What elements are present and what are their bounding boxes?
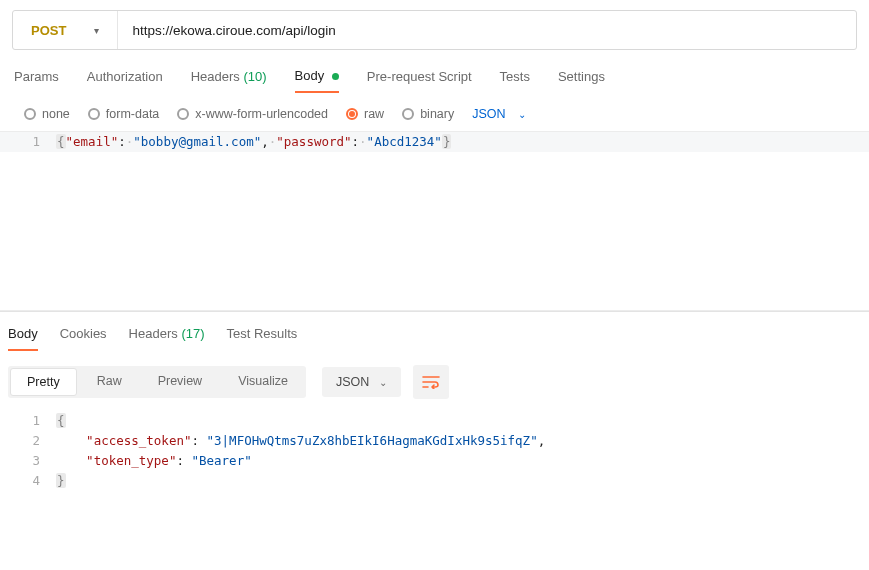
- tab-headers-count: (10): [243, 69, 266, 84]
- body-type-raw[interactable]: raw: [346, 107, 384, 121]
- body-type-none[interactable]: none: [24, 107, 70, 121]
- view-preview[interactable]: Preview: [140, 366, 220, 398]
- response-body-viewer[interactable]: 1 { 2 "access_token": "3|MFOHwQtms7uZx8h…: [0, 411, 869, 501]
- response-tab-test-results[interactable]: Test Results: [227, 326, 298, 351]
- tab-headers-label: Headers: [191, 69, 240, 84]
- radio-icon: [402, 108, 414, 120]
- wrap-icon: [422, 375, 440, 389]
- request-body-editor[interactable]: 1 {"email":·"bobby@gmail.com",·"password…: [0, 131, 869, 311]
- tab-body[interactable]: Body: [295, 68, 339, 93]
- body-type-raw-label: raw: [364, 107, 384, 121]
- body-type-none-label: none: [42, 107, 70, 121]
- response-format-controls: Pretty Raw Preview Visualize JSON ⌄: [0, 351, 869, 411]
- line-number: 1: [0, 132, 56, 152]
- body-type-form-data[interactable]: form-data: [88, 107, 160, 121]
- response-language-label: JSON: [336, 375, 369, 389]
- response-tabs: Body Cookies Headers (17) Test Results: [0, 312, 869, 351]
- response-tab-headers-count: (17): [181, 326, 204, 341]
- body-type-binary[interactable]: binary: [402, 107, 454, 121]
- tab-tests[interactable]: Tests: [500, 69, 530, 92]
- tab-settings[interactable]: Settings: [558, 69, 605, 92]
- view-raw[interactable]: Raw: [79, 366, 140, 398]
- chevron-down-icon: ▾: [94, 25, 99, 36]
- body-type-binary-label: binary: [420, 107, 454, 121]
- body-language-label: JSON: [472, 107, 505, 121]
- response-line: "token_type": "Bearer": [56, 451, 252, 471]
- request-url-bar: POST ▾: [12, 10, 857, 50]
- line-number: 2: [0, 431, 56, 451]
- body-modified-indicator-icon: [332, 73, 339, 80]
- chevron-down-icon: ⌄: [518, 109, 526, 120]
- tab-headers[interactable]: Headers (10): [191, 69, 267, 92]
- radio-checked-icon: [346, 108, 358, 120]
- response-tab-body[interactable]: Body: [8, 326, 38, 351]
- response-language-select[interactable]: JSON ⌄: [322, 367, 401, 397]
- response-tab-headers[interactable]: Headers (17): [129, 326, 205, 351]
- tab-authorization[interactable]: Authorization: [87, 69, 163, 92]
- tab-body-label: Body: [295, 68, 325, 83]
- view-pretty[interactable]: Pretty: [10, 368, 77, 396]
- tab-prerequest-script[interactable]: Pre-request Script: [367, 69, 472, 92]
- response-line: }: [56, 471, 66, 491]
- http-method-select[interactable]: POST ▾: [13, 11, 118, 49]
- radio-icon: [177, 108, 189, 120]
- wrap-lines-button[interactable]: [413, 365, 449, 399]
- request-tabs: Params Authorization Headers (10) Body P…: [0, 50, 869, 93]
- response-line: {: [56, 411, 66, 431]
- response-tab-cookies[interactable]: Cookies: [60, 326, 107, 351]
- tab-params[interactable]: Params: [14, 69, 59, 92]
- body-type-urlencoded-label: x-www-form-urlencoded: [195, 107, 328, 121]
- radio-icon: [24, 108, 36, 120]
- response-line: "access_token": "3|MFOHwQtms7uZx8hbEIkI6…: [56, 431, 545, 451]
- line-number: 1: [0, 411, 56, 431]
- line-number: 3: [0, 451, 56, 471]
- request-url-input[interactable]: [118, 11, 856, 49]
- body-type-urlencoded[interactable]: x-www-form-urlencoded: [177, 107, 328, 121]
- request-body-code: {"email":·"bobby@gmail.com",·"password":…: [56, 132, 451, 152]
- http-method-label: POST: [31, 23, 66, 38]
- radio-icon: [88, 108, 100, 120]
- response-tab-headers-label: Headers: [129, 326, 178, 341]
- response-view-mode: Pretty Raw Preview Visualize: [8, 366, 306, 398]
- view-visualize[interactable]: Visualize: [220, 366, 306, 398]
- body-type-form-data-label: form-data: [106, 107, 160, 121]
- body-type-selector: none form-data x-www-form-urlencoded raw…: [0, 93, 869, 131]
- line-number: 4: [0, 471, 56, 491]
- body-language-select[interactable]: JSON ⌄: [472, 107, 525, 121]
- chevron-down-icon: ⌄: [379, 377, 387, 388]
